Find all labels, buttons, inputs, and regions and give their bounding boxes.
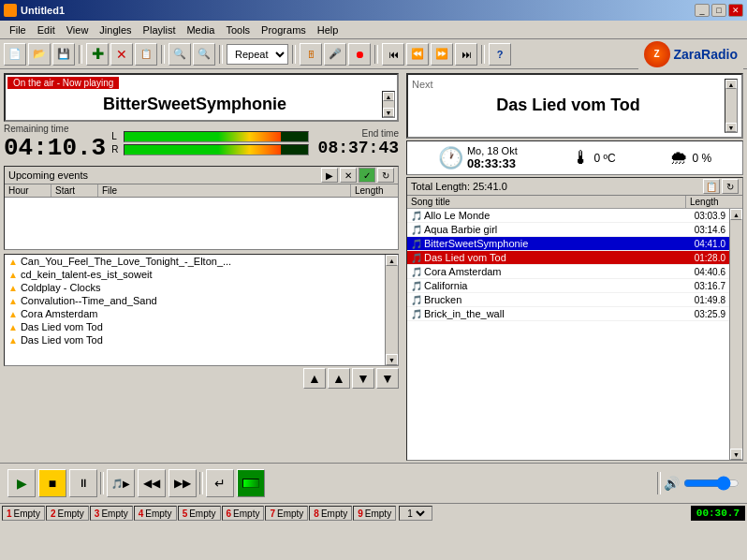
file-item-5[interactable]: ▲ Das Lied vom Tod bbox=[5, 320, 385, 333]
help-button[interactable]: ? bbox=[489, 43, 511, 66]
status-item-3[interactable]: 3 Empty bbox=[90, 506, 133, 521]
open-button[interactable]: 📂 bbox=[28, 43, 51, 66]
pl-len-4: 04:40.6 bbox=[679, 267, 725, 277]
pl-row-1[interactable]: 🎵 Aqua Barbie girl 03:14.6 bbox=[407, 223, 729, 237]
menu-tools[interactable]: Tools bbox=[220, 22, 256, 37]
next-scrollbar[interactable]: ▲ ▼ bbox=[725, 79, 738, 133]
status-item-4[interactable]: 4 Empty bbox=[134, 506, 177, 521]
upcoming-play-btn[interactable]: ▶ bbox=[321, 168, 338, 183]
transport-prev-btn[interactable]: ◀◀ bbox=[138, 469, 166, 497]
nav-up-btn[interactable]: ▲ bbox=[303, 368, 326, 389]
pl-len-5: 03:16.7 bbox=[679, 281, 725, 291]
status-item-1[interactable]: 1 Empty bbox=[2, 506, 45, 521]
playlist-scrollbar[interactable]: ▲ ▼ bbox=[729, 209, 742, 460]
menu-view[interactable]: View bbox=[61, 22, 95, 37]
filetree-scroll-up[interactable]: ▲ bbox=[386, 255, 398, 266]
remaining-time: 04:10.3 bbox=[4, 134, 106, 162]
transport-fade-btn[interactable] bbox=[237, 469, 265, 497]
scrollbar-down-btn[interactable]: ▼ bbox=[383, 108, 394, 117]
playlist-total-length: Total Length: 25:41.0 bbox=[411, 181, 507, 192]
transport-stop-btn[interactable]: ■ bbox=[38, 469, 66, 497]
menu-file[interactable]: File bbox=[4, 22, 32, 37]
upcoming-stop-btn[interactable]: ✕ bbox=[340, 168, 357, 183]
pl-row-2[interactable]: 🎵 BitterSweetSymphonie 04:41.0 bbox=[407, 237, 729, 251]
search2-button[interactable]: 🔍 bbox=[193, 43, 215, 66]
minimize-button[interactable]: _ bbox=[695, 4, 710, 17]
pl-icon-4: 🎵 bbox=[411, 267, 424, 277]
status-label-4: Empty bbox=[145, 508, 171, 519]
menu-edit[interactable]: Edit bbox=[32, 22, 61, 37]
delete-button[interactable]: ✕ bbox=[110, 43, 133, 66]
upcoming-check-btn[interactable]: ✓ bbox=[359, 168, 375, 183]
pl-btn-2[interactable]: ↻ bbox=[722, 179, 739, 194]
next-track-button[interactable]: ⏭ bbox=[455, 43, 477, 66]
add-button[interactable]: ✚ bbox=[86, 43, 109, 66]
pl-scroll-up[interactable]: ▲ bbox=[730, 209, 742, 220]
transport-pause-btn[interactable]: ⏸ bbox=[69, 469, 97, 497]
file-item-1[interactable]: ▲ cd_kein_talent-es_ist_soweit bbox=[5, 268, 385, 281]
menu-media[interactable]: Media bbox=[181, 22, 220, 37]
transport-next-btn[interactable]: ▶▶ bbox=[168, 469, 197, 497]
file-item-6[interactable]: ▲ Das Lied vom Tod bbox=[5, 333, 385, 346]
temp-item: 🌡 0 ºC bbox=[572, 147, 616, 169]
prev-track-button[interactable]: ⏮ bbox=[382, 43, 404, 66]
pl-row-4[interactable]: 🎵 Cora Amsterdam 04:40.6 bbox=[407, 265, 729, 279]
upcoming-refresh-btn[interactable]: ↻ bbox=[377, 168, 394, 183]
transport-hook-btn[interactable]: ↵ bbox=[206, 469, 234, 497]
status-item-8[interactable]: 8 Empty bbox=[309, 506, 352, 521]
menu-help[interactable]: Help bbox=[312, 22, 344, 37]
status-item-5[interactable]: 5 Empty bbox=[178, 506, 221, 521]
rec-button[interactable]: ⏺ bbox=[348, 43, 371, 66]
pl-title-2: BitterSweetSymphonie bbox=[424, 238, 679, 249]
maximize-button[interactable]: □ bbox=[711, 4, 726, 17]
status-item-2[interactable]: 2 Empty bbox=[46, 506, 89, 521]
nav-down-btn[interactable]: ▼ bbox=[352, 368, 374, 389]
pl-row-0[interactable]: 🎵 Allo Le Monde 03:03.9 bbox=[407, 209, 729, 223]
next-scroll-down[interactable]: ▼ bbox=[725, 123, 737, 132]
filetree-scrollbar[interactable]: ▲ ▼ bbox=[385, 255, 398, 365]
file-item-4[interactable]: ▲ Cora Amsterdam bbox=[5, 307, 385, 320]
eq-button[interactable]: 🎚 bbox=[300, 43, 322, 66]
pl-btn-1[interactable]: 📋 bbox=[703, 179, 720, 194]
status-item-9[interactable]: 9 Empty bbox=[353, 506, 396, 521]
window-title: Untitled1 bbox=[21, 5, 65, 16]
nowplaying-scrollbar[interactable]: ▲ ▼ bbox=[382, 91, 395, 118]
pl-row-3[interactable]: 🎵 Das Lied vom Tod 01:28.0 bbox=[407, 251, 729, 265]
nav-down2-btn[interactable]: ▼ bbox=[376, 368, 399, 389]
remaining-label: Remaining time bbox=[4, 124, 106, 134]
search-button[interactable]: 🔍 bbox=[168, 43, 191, 66]
transport-play-btn[interactable]: ▶ bbox=[7, 469, 36, 497]
transport-jingle-btn[interactable]: 🎵▶ bbox=[107, 469, 135, 497]
level-timing-row: Remaining time 04:10.3 L R bbox=[4, 124, 399, 162]
status-item-7[interactable]: 7 Empty bbox=[265, 506, 308, 521]
pl-scroll-down[interactable]: ▼ bbox=[730, 449, 742, 460]
page-selector[interactable]: 1 bbox=[399, 506, 432, 521]
file-item-3[interactable]: ▲ Convalution--Time_and_Sand bbox=[5, 294, 385, 307]
volume-slider[interactable] bbox=[683, 476, 740, 491]
menu-playlist[interactable]: Playlist bbox=[138, 22, 182, 37]
rewind-button[interactable]: ⏪ bbox=[406, 43, 429, 66]
close-button[interactable]: ✕ bbox=[728, 4, 743, 17]
pl-row-5[interactable]: 🎵 California 03:16.7 bbox=[407, 279, 729, 293]
pl-row-6[interactable]: 🎵 Brucken 01:49.8 bbox=[407, 293, 729, 307]
pl-len-3: 01:28.0 bbox=[679, 253, 725, 263]
file-item-0[interactable]: ▲ Can_You_Feel_The_Love_Tonight_-_Elton_… bbox=[5, 255, 385, 268]
time-display: 00:30.7 bbox=[691, 506, 745, 521]
ff-button[interactable]: ⏩ bbox=[431, 43, 453, 66]
save-button[interactable]: 💾 bbox=[52, 43, 75, 66]
mic-button[interactable]: 🎤 bbox=[324, 43, 346, 66]
menu-jingles[interactable]: Jingles bbox=[94, 22, 137, 37]
page-select[interactable]: 1 bbox=[403, 507, 428, 520]
filetree-scroll-down[interactable]: ▼ bbox=[386, 354, 398, 365]
menu-programs[interactable]: Programs bbox=[256, 22, 312, 37]
next-scroll-up[interactable]: ▲ bbox=[725, 80, 737, 89]
scrollbar-up-btn[interactable]: ▲ bbox=[383, 92, 394, 101]
copy-button[interactable]: 📋 bbox=[135, 43, 157, 66]
file-item-2[interactable]: ▲ Coldplay - Clocks bbox=[5, 281, 385, 294]
status-item-6[interactable]: 6 Empty bbox=[222, 506, 265, 521]
nav-up2-btn[interactable]: ▲ bbox=[328, 368, 350, 389]
pl-row-7[interactable]: 🎵 Brick_in_the_wall 03:25.9 bbox=[407, 307, 729, 321]
pl-scroll-track bbox=[730, 220, 742, 449]
new-button[interactable]: 📄 bbox=[4, 43, 26, 66]
repeat-select[interactable]: Repeat Shuffle Once bbox=[227, 44, 288, 65]
